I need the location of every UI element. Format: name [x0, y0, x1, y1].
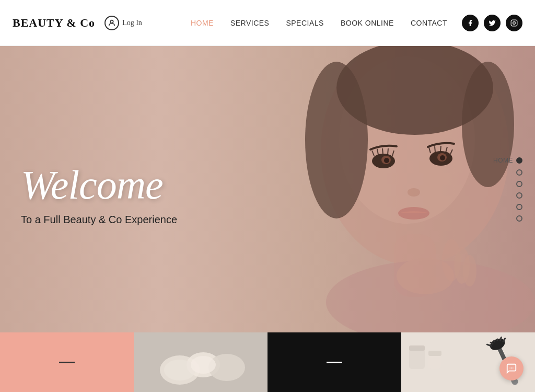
main-nav: HOME SERVICES SPECIALS BOOK ONLINE CONTA…: [191, 19, 447, 27]
svg-line-26: [388, 148, 388, 155]
strip-item-2[interactable]: [134, 332, 268, 392]
svg-point-52: [511, 367, 512, 368]
twitter-icon[interactable]: [484, 15, 501, 31]
svg-rect-50: [428, 351, 441, 356]
svg-point-3: [516, 21, 516, 21]
spa-stones: [154, 339, 248, 386]
dot-5[interactable]: [516, 204, 522, 210]
nav-contact[interactable]: CONTACT: [411, 19, 447, 27]
dot-home-label: HOME: [493, 157, 513, 164]
dot-1[interactable]: [516, 157, 522, 164]
chat-icon: [506, 363, 517, 374]
header: BEAUTY & Co Log In HOME SERVICES SPECIAL…: [0, 0, 535, 46]
svg-point-17: [408, 188, 420, 197]
strip-item-1[interactable]: [0, 332, 134, 392]
nav-specials[interactable]: SPECIALS: [286, 19, 323, 27]
svg-point-53: [513, 367, 514, 368]
svg-line-29: [435, 146, 435, 152]
svg-rect-47: [409, 348, 425, 369]
chat-button[interactable]: [499, 356, 524, 381]
strip-dash-3: [327, 362, 342, 363]
login-area[interactable]: Log In: [104, 16, 142, 30]
dot-6[interactable]: [516, 215, 522, 222]
svg-rect-1: [511, 20, 517, 26]
dot-2[interactable]: [516, 169, 522, 176]
svg-point-16: [440, 155, 445, 160]
strip-item-3[interactable]: [268, 332, 401, 392]
dot-3[interactable]: [516, 181, 522, 187]
cosmetic-jars: [406, 338, 448, 374]
dot-home-row: HOME: [493, 157, 522, 164]
svg-line-25: [382, 148, 383, 154]
social-icons: [462, 15, 522, 31]
svg-point-36: [164, 360, 195, 381]
nav-book-online[interactable]: BOOK ONLINE: [341, 19, 394, 27]
hero-text: Welcome To a Full Beauty & Co Experience: [21, 165, 177, 226]
strip-dash-1: [59, 362, 75, 363]
nav-home[interactable]: HOME: [191, 19, 214, 27]
scroll-dots: HOME: [493, 157, 522, 222]
hero-welcome: Welcome: [21, 165, 177, 205]
bottom-strip: [0, 332, 535, 392]
hero-image: [222, 46, 535, 332]
svg-point-51: [509, 367, 510, 368]
svg-line-30: [440, 146, 441, 152]
svg-point-13: [384, 158, 389, 163]
svg-rect-48: [409, 345, 425, 351]
svg-point-37: [191, 356, 216, 374]
svg-point-2: [513, 21, 516, 24]
hero-subtitle: To a Full Beauty & Co Experience: [21, 214, 177, 226]
svg-point-22: [463, 255, 476, 286]
svg-point-0: [110, 20, 113, 22]
instagram-icon[interactable]: [506, 15, 522, 31]
logo[interactable]: BEAUTY & Co: [13, 16, 95, 30]
hero-section: Welcome To a Full Beauty & Co Experience…: [0, 46, 535, 332]
login-label[interactable]: Log In: [122, 19, 142, 27]
svg-point-9: [305, 62, 368, 218]
dot-4[interactable]: [516, 192, 522, 199]
facebook-icon[interactable]: [462, 15, 479, 31]
nav-services[interactable]: SERVICES: [230, 19, 270, 27]
user-icon: [104, 16, 119, 30]
